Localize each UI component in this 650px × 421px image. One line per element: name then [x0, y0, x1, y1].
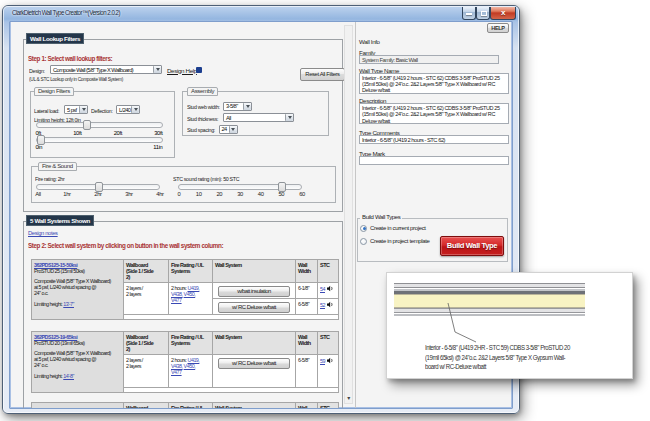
- design-label: Design:: [29, 67, 45, 74]
- wall-system-group-1: 362PDS125-15-50ksi ProSTUD 25 (15mil 50k…: [31, 259, 339, 320]
- stc-link[interactable]: 54: [320, 286, 325, 292]
- close-button[interactable]: x: [490, 7, 516, 20]
- ul-link[interactable]: V450,: [184, 291, 196, 297]
- title-bar[interactable]: ClarkDietrich Wall Type Creator™(Version…: [3, 6, 519, 22]
- deflection-select[interactable]: L/240: [116, 105, 140, 114]
- wall-system-cell: w/ RC Deluxe w/batt: [213, 355, 296, 388]
- wall-system-button[interactable]: w/batt insulation: [218, 286, 290, 297]
- ul-link[interactable]: V438,: [171, 363, 183, 369]
- design-help-icon[interactable]: [196, 67, 202, 73]
- ul-link[interactable]: U419,: [187, 285, 199, 291]
- stc-link[interactable]: 59: [320, 358, 325, 364]
- inch-slider[interactable]: [36, 137, 163, 143]
- design-select-value: Composite Wall (5/8" Type X Wallboard): [51, 66, 153, 73]
- speaker-icon: [327, 357, 333, 364]
- limiting-height-link[interactable]: 13'-7": [63, 301, 74, 307]
- wall-system-cell: w/batt insulation: [213, 283, 296, 299]
- reset-all-filters-button[interactable]: Reset All Filters: [300, 68, 345, 81]
- stc-slider-thumb[interactable]: [278, 182, 286, 192]
- col-width: Wall Width: [296, 332, 318, 355]
- help-button[interactable]: HELP: [487, 23, 509, 33]
- stc-link[interactable]: 52: [320, 302, 325, 308]
- chevron-down-icon[interactable]: [131, 106, 139, 113]
- type-comments-field[interactable]: Interior - 6-5/8" (U419 2 hours - STC 62…: [359, 135, 509, 144]
- radio-create-current-label: Create in current project: [370, 225, 426, 231]
- chevron-down-icon[interactable]: [229, 126, 237, 133]
- lateral-load-value: 5 psf: [65, 106, 79, 113]
- build-wall-type-button[interactable]: Build Wall Type: [440, 236, 504, 256]
- chevron-down-icon[interactable]: [153, 66, 161, 73]
- product-link[interactable]: 362PDS125-19-65ksi: [34, 334, 77, 340]
- width-cell: 6-1/8": [296, 283, 318, 299]
- table-footer: [124, 388, 339, 393]
- callout-line: Interior - 6-5/8" (U419 2HR - STC 59) CD…: [425, 343, 614, 353]
- col-fire: Fire Rating / UL Systems: [169, 260, 213, 283]
- ul-link[interactable]: V450,: [184, 363, 196, 369]
- col-wallboard: Wallboard (Side 1 / Side 2): [124, 332, 169, 355]
- left-scrollbar[interactable]: [344, 25, 353, 404]
- fire-sound-legend: Fire & Sound: [38, 162, 77, 172]
- deflection-value: L/240: [117, 106, 131, 113]
- stud-web-width-select[interactable]: 3-5/8": [223, 102, 252, 111]
- design-filters-legend: Design Filters: [34, 87, 74, 97]
- width-cell: 6-5/8": [296, 355, 318, 388]
- scale-label: 30ft: [154, 130, 162, 136]
- ul-link[interactable]: U419,: [187, 357, 199, 363]
- radio-create-template-label: Create in project template: [370, 238, 430, 244]
- maximize-button[interactable]: [476, 7, 490, 20]
- design-notes-link[interactable]: Design notes: [28, 230, 58, 236]
- col-fire: Fire Rating / UL Systems: [169, 332, 213, 355]
- stud-thickness-select[interactable]: All: [223, 113, 294, 122]
- design-select[interactable]: Composite Wall (5/8" Type X Wallboard): [50, 65, 162, 74]
- scale-label: 0: [178, 191, 181, 197]
- callout-line: (19mil 65ksi) @ 24"o.c. 2&2 Layers 5/8" …: [425, 353, 614, 363]
- composite-note: (UL & STC Lookup only in Composite Wall …: [29, 76, 123, 82]
- scale-label: 10: [196, 191, 202, 197]
- lateral-load-select[interactable]: 5 psf: [64, 105, 88, 114]
- type-mark-field[interactable]: [359, 156, 509, 165]
- scale-label: 3hr: [125, 191, 132, 197]
- limiting-height-link[interactable]: 14'-8": [63, 373, 74, 379]
- stc-cell: 52: [318, 299, 339, 315]
- fire-slider-thumb[interactable]: [95, 182, 103, 192]
- ul-link[interactable]: V477: [171, 369, 182, 375]
- design-help-link[interactable]: Design Help: [167, 67, 197, 74]
- ul-link[interactable]: V438,: [171, 291, 183, 297]
- height-slider-thumb[interactable]: [83, 120, 91, 130]
- chevron-down-icon[interactable]: [79, 106, 87, 113]
- height-slider[interactable]: [36, 122, 163, 128]
- limiting-height: Limiting height: 14'-8": [34, 373, 121, 379]
- fire-cell: 2 hours: U419, V438, V450, V477: [169, 283, 213, 315]
- minimize-button[interactable]: [462, 7, 476, 20]
- ul-link[interactable]: V477: [171, 297, 182, 303]
- chevron-down-icon[interactable]: [285, 114, 293, 121]
- wall-system-button[interactable]: w/ RC Deluxe w/batt: [218, 358, 290, 369]
- chevron-down-icon[interactable]: [243, 103, 251, 110]
- col-stc: STC: [318, 403, 339, 410]
- stc-slider[interactable]: [178, 184, 302, 190]
- wall-lookup-filters-tab: Wall Lookup Filters: [26, 33, 84, 44]
- scale-label: 11in: [153, 144, 162, 150]
- scroll-down-icon[interactable]: ▾: [344, 394, 353, 403]
- description-field[interactable]: Interior - 6-5/8" (U419 2 hours - STC 62…: [359, 103, 509, 124]
- wall-type-name-field[interactable]: Interior - 6-5/8" (U419 2 hours - STC 62…: [359, 73, 509, 94]
- wall-type-callout: Interior - 6-5/8" (U419 2HR - STC 59) CD…: [386, 272, 633, 379]
- assembly-legend: Assembly: [187, 87, 218, 97]
- window-title: ClarkDietrich Wall Type Creator™(Version…: [12, 9, 120, 16]
- scale-label: 40: [258, 191, 264, 197]
- step1-heading: Step 1: Select wall lookup filters:: [28, 55, 112, 62]
- fire-cell: 2 hours: U419, V438, V450, V477: [169, 355, 213, 388]
- radio-create-current[interactable]: [360, 225, 367, 232]
- wall-system-button[interactable]: w/ RC Deluxe w/batt: [218, 302, 290, 313]
- product-link[interactable]: 362PDS125-15-50ksi: [34, 262, 77, 268]
- inch-slider-thumb[interactable]: [37, 135, 45, 145]
- fire-rating-slider[interactable]: [36, 184, 160, 190]
- panel-divider: [355, 22, 356, 408]
- wall-info-label: Wall Info: [359, 38, 380, 45]
- col-wallboard: Wallboard (Side 1 / Side 2): [124, 260, 169, 283]
- radio-create-template[interactable]: [360, 238, 367, 245]
- col-fire: Fire Rating / UL Systems: [169, 403, 213, 410]
- scale-label: 4hr: [156, 191, 163, 197]
- close-icon: x: [501, 8, 505, 17]
- stud-spacing-select[interactable]: 24: [219, 125, 238, 134]
